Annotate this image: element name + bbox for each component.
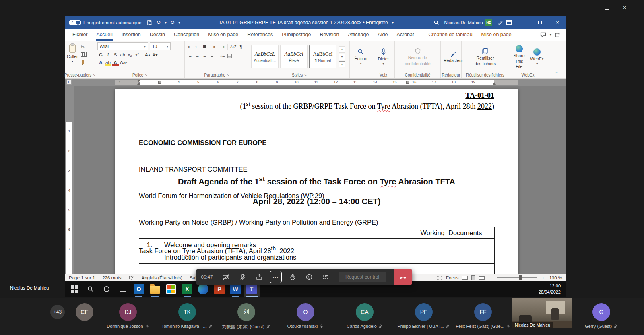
taskbar-outlook[interactable]: O <box>131 281 147 297</box>
participant-tile[interactable]: TK Tomohiro Kitagawa - ... <box>159 303 215 329</box>
inking-button[interactable] <box>495 16 504 29</box>
header-cell-item[interactable] <box>160 227 408 239</box>
justify-button[interactable]: ≡ <box>208 52 215 59</box>
paragraph-dialog-launcher[interactable]: ↘ <box>227 73 229 77</box>
webex-share-file-button[interactable]: Share This File <box>511 42 527 72</box>
participant-tile[interactable]: 刘 刘振国 (来宾) (Guest) <box>218 303 275 330</box>
autosave-toggle[interactable]: ✓ Enregistrement automatique <box>69 20 141 25</box>
document-title[interactable]: TA-01-01 GRBP GRPE TF TA draft agenda se… <box>182 16 432 29</box>
styles-scroll-down-button[interactable]: ▼ <box>339 54 345 60</box>
tab-dessin[interactable]: Dessin <box>145 29 169 41</box>
zoom-slider[interactable] <box>497 277 537 278</box>
page-indicator[interactable]: Page 1 sur 1 <box>69 275 95 280</box>
cell-doc[interactable] <box>408 239 495 251</box>
tab-revision[interactable]: Révision <box>316 29 344 41</box>
undo-button[interactable]: ↺ <box>154 16 163 29</box>
tab-references[interactable]: Références <box>243 29 277 41</box>
line-spacing-button[interactable]: ↕≡ <box>219 52 226 59</box>
ribbon-display-options-button[interactable] <box>504 16 513 29</box>
search-button[interactable] <box>432 16 441 29</box>
align-center-button[interactable]: ≡ <box>194 52 201 59</box>
font-name-select[interactable]: Arial▾ <box>97 42 148 50</box>
cell-num[interactable]: 1. <box>139 239 160 251</box>
tab-mise-en-page[interactable]: Mise en page <box>204 29 243 41</box>
start-button[interactable] <box>66 281 83 297</box>
dictate-button[interactable]: Dicter ▾ <box>377 42 390 72</box>
redo-button[interactable]: ↻ <box>168 16 177 29</box>
borders-button[interactable] <box>233 52 240 59</box>
editing-button[interactable]: Édition ▾ <box>353 42 368 72</box>
change-case-button[interactable]: Aa▾ <box>119 59 128 66</box>
vertical-ruler[interactable]: 1234567 <box>65 86 74 274</box>
table-column-marker[interactable] <box>406 81 409 84</box>
word-minimize-button[interactable]: – <box>513 16 531 29</box>
collapse-ribbon-button[interactable]: ^ <box>555 71 557 76</box>
tab-accueil[interactable]: Accueil <box>92 29 117 41</box>
comments-icon[interactable] <box>540 32 546 37</box>
save-button[interactable] <box>145 16 154 29</box>
taskbar-file-explorer[interactable] <box>147 281 163 297</box>
sensitivity-button[interactable]: Niveau de confidentialité <box>404 42 431 72</box>
zoom-in-button[interactable]: + <box>541 275 545 281</box>
print-layout-button[interactable] <box>471 275 475 280</box>
grow-font-button[interactable]: A▴ <box>144 52 151 58</box>
style-normal[interactable]: AaBbCcI ¶ Normal <box>309 45 336 68</box>
align-left-button[interactable]: ≡ <box>187 52 194 59</box>
tab-insertion[interactable]: Insertion <box>117 29 145 41</box>
tab-creation-de-tableau[interactable]: Création de tableau <box>424 29 477 41</box>
zoom-out-button[interactable]: − <box>488 275 493 281</box>
document-page[interactable]: TA-01-01 (1st session of the GRBP/GRPE T… <box>115 89 518 274</box>
format-painter-button[interactable] <box>79 59 86 65</box>
window-close-button[interactable]: × <box>616 0 634 15</box>
bullet-list-button[interactable]: •≡ <box>187 43 194 50</box>
align-right-button[interactable]: ≡ <box>201 52 208 59</box>
numbered-list-button[interactable]: 1≡ <box>194 43 201 50</box>
cut-button[interactable]: ✂ <box>79 44 86 50</box>
tab-stop-selector[interactable]: L <box>66 79 72 85</box>
mic-toggle-button[interactable] <box>234 269 251 285</box>
styles-scroll-up-button[interactable]: ▲ <box>339 46 345 53</box>
subscript-button[interactable]: x₂ <box>126 52 133 58</box>
horizontal-ruler[interactable]: L 12345678910111213141516171819 <box>65 79 566 86</box>
proofing-icon[interactable] <box>129 275 134 280</box>
zoom-level[interactable]: 130 % <box>549 275 562 280</box>
window-maximize-button[interactable] <box>598 0 616 15</box>
participant-tile[interactable]: O OtsukaYoshiaki <box>277 303 334 329</box>
web-layout-button[interactable] <box>479 276 485 280</box>
increase-indent-button[interactable]: ⇥ <box>219 43 226 50</box>
language-indicator[interactable]: Anglais (États-Unis) <box>142 275 183 280</box>
tab-mise-en-page-tableau[interactable]: Mise en page <box>477 29 516 41</box>
participant-tile[interactable]: CA Carlos Agudelo <box>336 303 393 329</box>
cell-item[interactable]: Introduction of participants and organiz… <box>160 251 408 264</box>
font-color-button[interactable]: A <box>112 59 119 66</box>
participants-button[interactable] <box>317 269 334 285</box>
decrease-indent-button[interactable]: ⇤ <box>212 43 219 50</box>
tab-publipostage[interactable]: Publipostage <box>277 29 315 41</box>
styles-dialog-launcher[interactable]: ↘ <box>304 73 307 77</box>
account-user[interactable]: Nicolas De Mahieu ND <box>444 19 492 26</box>
request-control-button[interactable]: Request control <box>339 272 386 282</box>
read-mode-button[interactable] <box>462 276 468 280</box>
word-count[interactable]: 226 mots <box>102 275 121 280</box>
taskbar-search-button[interactable] <box>83 281 99 297</box>
highlight-button[interactable]: ab <box>105 59 111 66</box>
header-cell-num[interactable] <box>139 227 160 239</box>
participant-tile[interactable]: FF Felix Feist (Gast) (Gue... <box>455 303 511 329</box>
camera-toggle-button[interactable] <box>218 269 234 285</box>
cortana-button[interactable] <box>99 281 115 297</box>
tab-fichier[interactable]: Fichier <box>68 29 92 41</box>
styles-gallery-button[interactable]: ▼ <box>339 61 345 67</box>
cell-num[interactable] <box>139 264 160 274</box>
tab-affichage[interactable]: Affichage <box>343 29 373 41</box>
participant-tile[interactable]: PE Philipp Eichler | UBA I... <box>396 303 452 329</box>
quick-access-dropdown[interactable]: ▾ <box>177 16 182 29</box>
superscript-button[interactable]: x² <box>134 52 140 58</box>
raise-hand-button[interactable] <box>284 269 301 285</box>
zoom-slider-thumb[interactable] <box>519 275 522 280</box>
paste-button[interactable]: Coller ▾ <box>67 42 78 63</box>
cell-doc[interactable] <box>408 264 495 274</box>
reuse-files-button[interactable]: Réutiliser des fichiers <box>474 42 497 72</box>
focus-mode-button[interactable]: Focus <box>446 275 458 280</box>
cell-doc[interactable] <box>408 251 495 264</box>
shrink-font-button[interactable]: A▾ <box>151 52 158 58</box>
